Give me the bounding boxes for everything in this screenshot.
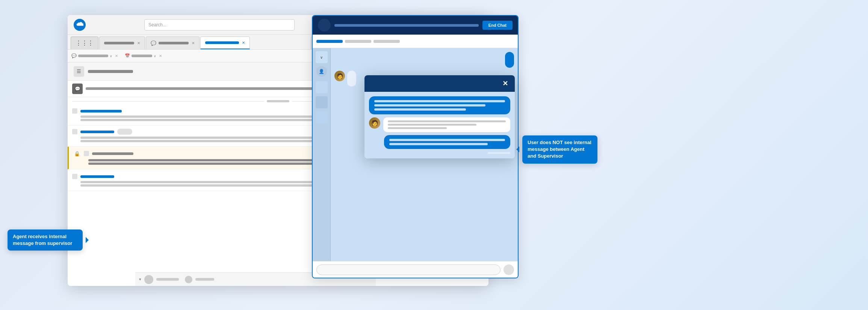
- tab-close-active-icon[interactable]: ✕: [242, 41, 245, 45]
- user-avatar-modal: 🧑: [369, 117, 380, 129]
- queue-icon: 💬: [72, 84, 83, 94]
- nav-tab-1[interactable]: ✕: [99, 36, 145, 49]
- chat-sidebar-user-icon: 👤: [316, 66, 327, 77]
- search-placeholder: Search...: [148, 22, 166, 27]
- item-name-link: [80, 175, 114, 178]
- subnav-item-1[interactable]: 💬 ∨ ✕: [71, 53, 118, 58]
- item-badge: [117, 129, 132, 135]
- chat-tabs: [313, 35, 518, 48]
- item-checkbox[interactable]: [72, 108, 77, 114]
- item-checkbox[interactable]: [72, 129, 77, 134]
- chat-tab-knowledge[interactable]: [345, 40, 371, 43]
- annotation-left-text: Agent receives internal message from sup…: [13, 234, 72, 246]
- item-checkbox[interactable]: [72, 174, 77, 179]
- user-message-row: 🧑: [369, 117, 510, 132]
- chat-sidebar-btn-1[interactable]: ∨: [316, 51, 328, 63]
- list-header-icon: ☰: [74, 66, 84, 77]
- nav-tab-active[interactable]: ✕: [200, 36, 250, 49]
- msg-line: [374, 108, 466, 111]
- nav-tab-2[interactable]: 💬 ✕: [146, 36, 200, 49]
- modal-header: ✕: [364, 75, 515, 92]
- modal-body: 🧑: [364, 92, 515, 158]
- msg-line: [388, 124, 476, 126]
- supervisor-message-bubble: [369, 96, 510, 114]
- chat-send-button[interactable]: [504, 264, 514, 275]
- app-launcher-tab[interactable]: ⋮⋮⋮: [71, 36, 98, 49]
- user-avatar: 🧑: [334, 71, 345, 81]
- chat-name: [334, 24, 479, 27]
- chat-avatar: [318, 19, 331, 32]
- salesforce-logo: [74, 19, 86, 31]
- tab-close-icon-2[interactable]: ✕: [192, 41, 195, 45]
- msg-line: [389, 143, 488, 145]
- user-message-modal: [383, 117, 510, 132]
- chat-sidebar-btn-2[interactable]: [316, 81, 328, 93]
- user-bubble: [347, 71, 356, 87]
- divider-line-left: [72, 101, 264, 102]
- chat-tab-related[interactable]: [374, 40, 400, 43]
- subnav-item-2[interactable]: 📅 ∨ ✕: [125, 53, 162, 58]
- chat-input-field[interactable]: [316, 264, 501, 275]
- msg-line: [389, 139, 505, 141]
- list-header-title: [88, 70, 133, 73]
- end-chat-button[interactable]: End Chat: [482, 21, 513, 30]
- annotation-left: Agent receives internal message from sup…: [8, 229, 83, 251]
- lock-icon: 🔒: [73, 150, 81, 157]
- chat-input-row: [313, 261, 518, 278]
- internal-message-modal: ✕ 🧑: [364, 75, 515, 158]
- msg-line: [374, 100, 505, 102]
- msg-line: [374, 104, 485, 106]
- chat-sidebar-btn-4[interactable]: [316, 111, 328, 123]
- chat-header: End Chat: [313, 16, 518, 35]
- modal-close-button[interactable]: ✕: [501, 79, 510, 88]
- item-name-link: [80, 110, 122, 112]
- chat-sidebar: ∨ 👤: [313, 48, 331, 261]
- modal-timestamp: [488, 152, 510, 154]
- tab-close-icon[interactable]: ✕: [137, 41, 140, 45]
- search-bar[interactable]: Search...: [144, 19, 295, 30]
- annotation-right: User does NOT see internal message betwe…: [522, 135, 597, 164]
- chat-tab-details[interactable]: [316, 40, 343, 43]
- item-name-link: [80, 131, 114, 133]
- msg-line: [388, 127, 447, 129]
- agent-reply-bubble: [384, 135, 510, 149]
- divider-text: [267, 100, 289, 102]
- chat-sidebar-btn-3[interactable]: [316, 96, 328, 108]
- item-checkbox[interactable]: [84, 151, 89, 156]
- agent-message-1: [505, 52, 514, 68]
- item-name-link: [92, 152, 133, 155]
- msg-line: [388, 120, 506, 122]
- annotation-right-text: User does NOT see internal message betwe…: [528, 140, 591, 159]
